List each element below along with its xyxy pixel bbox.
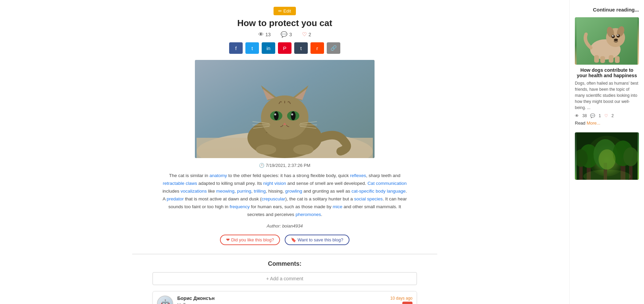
sidebar-forest-image xyxy=(575,132,639,180)
body-language-link[interactable]: cat-specific body language xyxy=(351,189,406,194)
sidebar-card-forest xyxy=(575,132,639,180)
comment-avatar: 🤖 xyxy=(157,296,173,304)
dogs-read-more-link[interactable]: Read More... xyxy=(575,121,600,126)
page-layout: ✏ Edit How to protect you cat 👁 13 💬 3 ♡… xyxy=(0,0,644,304)
meowing-link[interactable]: meowing xyxy=(216,189,235,194)
article-stats: 👁 13 💬 3 ♡ 2 xyxy=(258,31,311,38)
copy-link-button[interactable]: 🔗 xyxy=(327,42,340,54)
comment-content: Борис Джонсън 10 days ago Helloooooo xyxy=(177,296,412,304)
comment-card: 🤖 Борис Джонсън 10 days ago Helloooooo 🗑 xyxy=(153,291,417,304)
cat-image-svg xyxy=(195,60,375,158)
crepuscular-link[interactable]: crepuscular xyxy=(262,196,285,201)
eye-icon: 👁 xyxy=(575,113,579,118)
svg-point-13 xyxy=(274,113,276,115)
svg-point-51 xyxy=(599,149,616,170)
likes-stat: ♡ 2 xyxy=(302,31,311,38)
claws-link[interactable]: retractable claws xyxy=(163,181,197,186)
anatomy-link[interactable]: anatomy xyxy=(209,173,227,178)
sidebar-card-dogs-title: How dogs contribute to your health and h… xyxy=(575,67,639,78)
comment-icon: 💬 xyxy=(281,31,287,38)
comment-icon: 💬 xyxy=(590,113,595,118)
purring-link[interactable]: purring xyxy=(237,189,251,194)
night-vision-link[interactable]: night vision xyxy=(263,181,286,186)
add-comment-button[interactable]: + Add a comment xyxy=(153,272,417,285)
svg-rect-37 xyxy=(615,56,620,63)
action-buttons: ❤ Did you like this blog? 🔖 Want to save… xyxy=(220,235,349,245)
svg-point-12 xyxy=(291,111,296,120)
svg-point-33 xyxy=(614,39,618,41)
twitter-share-button[interactable]: t xyxy=(245,42,259,54)
svg-rect-34 xyxy=(594,55,599,63)
comments-title: Comments: xyxy=(153,260,417,267)
like-blog-button[interactable]: ❤ Did you like this blog? xyxy=(220,235,280,245)
sidebar-card-dogs: How dogs contribute to your health and h… xyxy=(575,17,639,126)
svg-rect-35 xyxy=(600,56,605,63)
svg-point-14 xyxy=(291,113,293,115)
comment-author: Борис Джонсън xyxy=(177,296,215,301)
comment-header: Борис Джонсън 10 days ago xyxy=(177,296,412,301)
svg-point-23 xyxy=(293,145,314,155)
comments-stat: 💬 3 xyxy=(281,31,292,38)
tumblr-icon: t xyxy=(300,45,302,51)
facebook-icon: f xyxy=(235,45,237,51)
pinterest-share-button[interactable]: P xyxy=(278,42,291,54)
views-count: 13 xyxy=(265,32,271,37)
sidebar-card-dogs-stats: 👁 38 💬 1 ♡ 2 xyxy=(575,113,639,118)
tumblr-share-button[interactable]: t xyxy=(294,42,308,54)
sidebar-card-dogs-text: Dogs, often hailed as humans' best frien… xyxy=(575,80,639,111)
svg-point-22 xyxy=(256,145,276,155)
frequency-link[interactable]: frequency xyxy=(230,204,250,209)
pinterest-icon: P xyxy=(283,45,286,51)
cat-communication-link[interactable]: Cat communication xyxy=(367,181,407,186)
comments-section: Comments: + Add a comment 🤖 Борис Джонсъ… xyxy=(153,260,417,304)
dogs-views: 38 xyxy=(582,113,587,118)
avatar-icon: 🤖 xyxy=(161,299,170,304)
dogs-likes: 2 xyxy=(611,113,614,118)
article-body: The cat is similar in anatomy to the oth… xyxy=(161,172,408,219)
reflexes-link[interactable]: reflexes xyxy=(350,173,366,178)
growling-link[interactable]: growling xyxy=(285,189,302,194)
article-author: Author: boian4934 xyxy=(267,223,303,229)
sidebar: Continue reading... xyxy=(569,0,644,304)
eye-icon: 👁 xyxy=(258,31,264,38)
svg-point-11 xyxy=(274,111,279,120)
sidebar-title: Continue reading... xyxy=(575,7,639,13)
forest-image-placeholder xyxy=(575,132,639,180)
views-stat: 👁 13 xyxy=(258,31,271,38)
section-divider xyxy=(132,254,437,254)
social-buttons: f t in P t r 🔗 xyxy=(229,42,340,54)
svg-point-31 xyxy=(612,35,613,37)
predator-link[interactable]: predator xyxy=(167,196,184,201)
reddit-share-button[interactable]: r xyxy=(310,42,324,54)
svg-rect-36 xyxy=(609,55,613,63)
sidebar-dog-image xyxy=(575,17,639,65)
trilling-link[interactable]: trilling xyxy=(254,189,266,194)
facebook-share-button[interactable]: f xyxy=(229,42,243,54)
pheromones-link[interactable]: pheromones xyxy=(296,212,321,217)
linkedin-share-button[interactable]: in xyxy=(262,42,275,54)
heart-icon: ♡ xyxy=(604,113,608,118)
save-blog-button[interactable]: 🔖 Want to save this blog? xyxy=(285,235,349,245)
mice-link[interactable]: mice xyxy=(333,204,342,209)
dogs-comments: 1 xyxy=(599,113,601,118)
reddit-icon: r xyxy=(317,45,318,51)
link-icon: 🔗 xyxy=(330,45,337,51)
svg-point-48 xyxy=(623,147,638,166)
vocalizations-link[interactable]: vocalizations xyxy=(181,189,207,194)
main-content: ✏ Edit How to protect you cat 👁 13 💬 3 ♡… xyxy=(0,0,569,304)
comment-text: Helloooooo xyxy=(177,302,412,304)
article-date: 🕐 7/19/2021, 2:37:26 PM xyxy=(259,163,310,168)
linkedin-icon: in xyxy=(266,45,270,51)
twitter-icon: t xyxy=(251,45,253,51)
comment-delete-button[interactable]: 🗑 xyxy=(402,302,412,304)
svg-point-32 xyxy=(617,35,619,36)
more-label: More... xyxy=(587,121,600,126)
heart-icon: ♡ xyxy=(302,31,307,38)
read-label: Read xyxy=(575,121,585,126)
edit-button[interactable]: ✏ Edit xyxy=(274,7,296,15)
comment-time: 10 days ago xyxy=(390,296,412,301)
article-image xyxy=(195,60,375,158)
likes-count: 2 xyxy=(308,32,311,37)
social-link[interactable]: social species xyxy=(354,196,383,201)
article-title: How to protect you cat xyxy=(237,18,332,28)
